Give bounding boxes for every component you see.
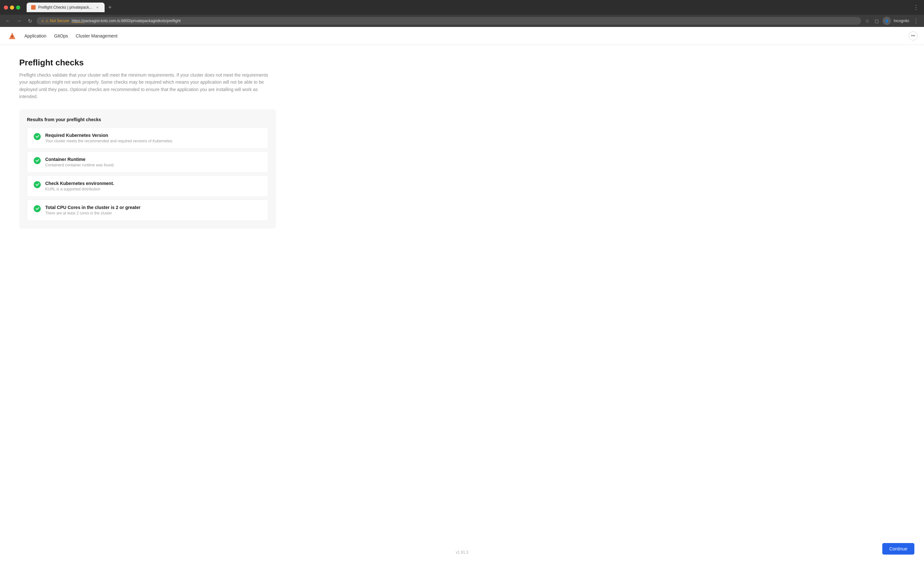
app-logo xyxy=(6,30,18,42)
check-content: Required Kubernetes VersionYour cluster … xyxy=(45,133,173,143)
check-item: Check Kubernetes environment.KURL is a s… xyxy=(27,175,268,197)
tab-title: Preflight Checks | privatepack... xyxy=(38,5,92,10)
window-controls xyxy=(4,6,20,10)
browser-more-button[interactable]: ⋮ xyxy=(912,16,920,25)
check-pass-icon xyxy=(34,157,41,164)
minimize-window-button[interactable] xyxy=(10,6,14,10)
check-description: There are at least 2 cores in the cluste… xyxy=(45,211,141,215)
not-secure-label: ⚠ Not Secure xyxy=(45,19,69,23)
close-window-button[interactable] xyxy=(4,6,8,10)
security-warning: ⚠ ⚠ Not Secure xyxy=(41,19,69,23)
browser-toolbar: ← → ↻ ⚠ ⚠ Not Secure https://packagist-k… xyxy=(0,15,924,27)
check-content: Total CPU Cores in the cluster is 2 or g… xyxy=(45,205,141,215)
reload-button[interactable]: ↻ xyxy=(26,16,34,25)
warning-icon: ⚠ xyxy=(41,19,44,23)
incognito-label: Incognito xyxy=(894,19,909,23)
maximize-window-button[interactable] xyxy=(16,6,20,10)
check-pass-icon xyxy=(34,133,41,140)
active-tab[interactable]: Preflight Checks | privatepack... × xyxy=(27,3,105,12)
new-tab-button[interactable]: + xyxy=(106,3,114,12)
tab-close-button[interactable]: × xyxy=(95,5,100,10)
header-actions: ••• xyxy=(909,31,918,40)
check-content: Check Kubernetes environment.KURL is a s… xyxy=(45,181,114,191)
window-more-button[interactable]: ⋮ xyxy=(912,3,920,11)
app-header: Application GitOps Cluster Management ••… xyxy=(0,27,924,45)
check-title: Total CPU Cores in the cluster is 2 or g… xyxy=(45,205,141,210)
check-title: Check Kubernetes environment. xyxy=(45,181,114,186)
results-title: Results from your preflight checks xyxy=(27,117,268,122)
header-more-button[interactable]: ••• xyxy=(909,31,918,40)
page-title: Preflight checks xyxy=(19,58,270,67)
tab-bar: Preflight Checks | privatepack... × + xyxy=(23,3,118,12)
nav-application[interactable]: Application xyxy=(24,32,46,40)
back-button[interactable]: ← xyxy=(4,16,12,25)
check-description: Your cluster meets the recommended and r… xyxy=(45,139,173,143)
forward-button[interactable]: → xyxy=(15,16,23,25)
checks-container: Required Kubernetes VersionYour cluster … xyxy=(27,127,268,221)
check-description: Containerd container runtime was found. xyxy=(45,163,114,168)
page-description: Preflight checks validate that your clus… xyxy=(19,72,270,100)
extensions-button[interactable]: ◻ xyxy=(873,17,880,25)
url-body: packagist-kots.com.lo:8800/privatepackag… xyxy=(83,19,181,23)
address-url: https://packagist-kots.com.lo:8800/priva… xyxy=(72,19,181,23)
check-pass-icon xyxy=(34,205,41,212)
nav-gitops[interactable]: GitOps xyxy=(54,32,68,40)
check-item: Container RuntimeContainerd container ru… xyxy=(27,151,268,173)
profile-icon: 👤 xyxy=(885,19,889,23)
check-description: KURL is a supported distribution xyxy=(45,187,114,191)
bookmark-button[interactable]: ☆ xyxy=(864,17,871,25)
toolbar-actions: ☆ ◻ 👤 Incognito ⋮ xyxy=(864,16,920,25)
check-item: Total CPU Cores in the cluster is 2 or g… xyxy=(27,199,268,221)
url-prefix: https:// xyxy=(72,19,83,23)
check-title: Container Runtime xyxy=(45,157,114,162)
browser-chrome: Preflight Checks | privatepack... × + ⋮ … xyxy=(0,0,924,27)
results-panel: Results from your preflight checks Requi… xyxy=(19,109,276,229)
address-bar[interactable]: ⚠ ⚠ Not Secure https://packagist-kots.co… xyxy=(37,17,861,25)
check-item: Required Kubernetes VersionYour cluster … xyxy=(27,127,268,149)
check-pass-icon xyxy=(34,181,41,188)
profile-button[interactable]: 👤 xyxy=(883,16,891,25)
tab-favicon-icon xyxy=(31,5,36,10)
main-content: Preflight checks Preflight checks valida… xyxy=(0,45,289,241)
check-title: Required Kubernetes Version xyxy=(45,133,173,138)
check-content: Container RuntimeContainerd container ru… xyxy=(45,157,114,168)
main-nav: Application GitOps Cluster Management xyxy=(24,32,117,40)
nav-cluster-management[interactable]: Cluster Management xyxy=(76,32,117,40)
